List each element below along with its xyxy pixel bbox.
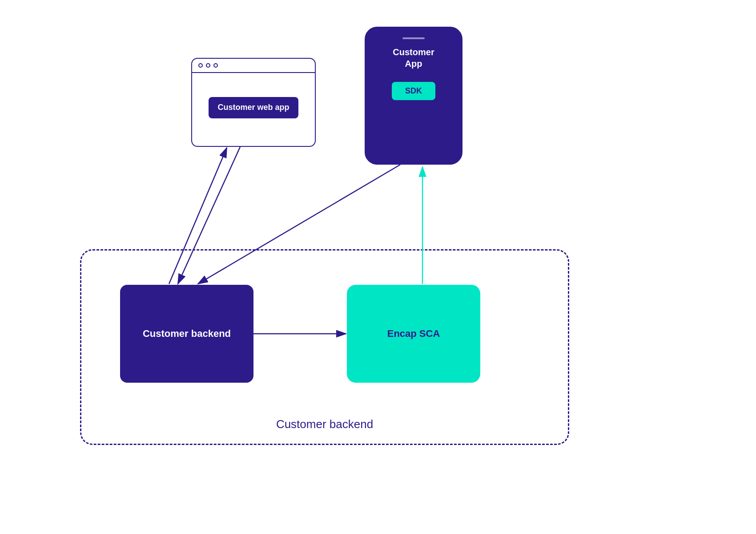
phone-app-label: CustomerApp [393,46,434,69]
web-app-label: Customer web app [209,97,298,118]
encap-sca-label: Encap SCA [387,328,440,340]
browser-dot-3 [213,63,218,68]
browser-content: Customer web app [192,73,315,142]
browser-toolbar [192,59,315,73]
browser-dot-1 [198,63,203,68]
encap-sca-box: Encap SCA [347,285,480,383]
sdk-label: SDK [392,82,435,100]
phone-frame: CustomerApp SDK [365,27,462,165]
phone-notch [402,37,425,39]
browser-window: Customer web app [191,58,316,147]
dashed-container-label: Customer backend [276,417,373,431]
diagram: Customer web app CustomerApp SDK Custome… [0,0,756,534]
customer-backend-label: Customer backend [143,327,231,341]
browser-dot-2 [206,63,210,68]
customer-backend-box: Customer backend [120,285,253,383]
